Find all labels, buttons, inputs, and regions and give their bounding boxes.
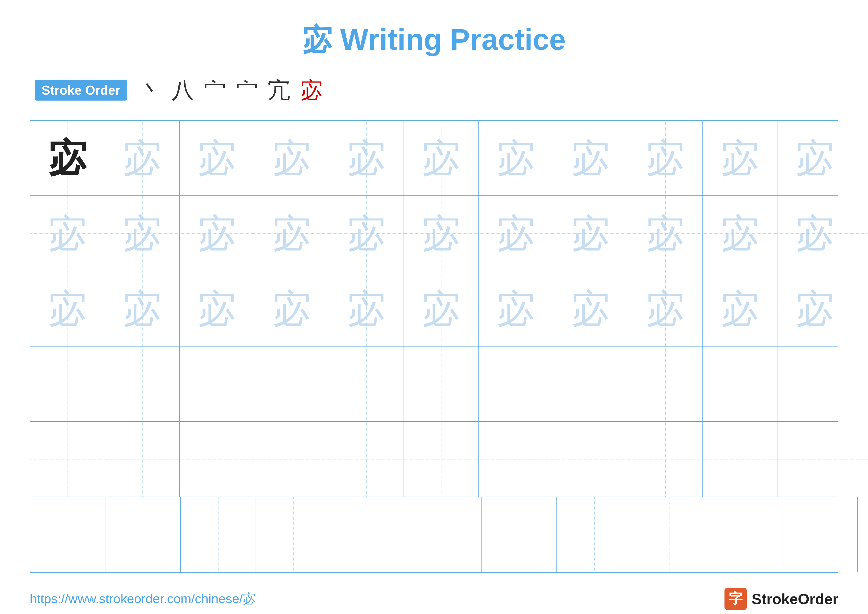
grid-cell (479, 347, 553, 421)
grid-cell: 宓 (254, 121, 329, 196)
cell-char: 宓 (123, 139, 161, 177)
grid-cell: 宓 (180, 196, 254, 271)
grid-cell (703, 422, 777, 497)
cell-char: 宓 (721, 289, 760, 328)
cell-char: 宓 (123, 289, 161, 328)
grid-cell: 宓 (180, 121, 254, 196)
grid-cell: 宓 (404, 271, 479, 346)
grid-cell (105, 422, 180, 497)
grid-cell: 宓 (852, 121, 868, 196)
cell-char: 宓 (198, 289, 236, 328)
grid-cell: 宓 (628, 196, 703, 271)
grid-cell: 宓 (628, 271, 703, 346)
grid-cell (181, 497, 256, 572)
cell-char: 宓 (646, 289, 685, 328)
grid-cell: 宓 (479, 121, 553, 196)
cell-char: 宓 (273, 139, 311, 177)
cell-char: 宓 (347, 214, 386, 253)
grid-cell: 宓 (628, 121, 703, 196)
grid-cell (707, 497, 783, 572)
grid-cell: 宓 (254, 196, 329, 271)
grid-cell (858, 497, 868, 572)
cell-char: 宓 (123, 214, 161, 253)
grid-cell (404, 422, 479, 497)
grid-cell (30, 497, 105, 572)
grid-cell: 宓 (404, 121, 479, 196)
grid-cell (331, 497, 406, 572)
logo-text: StrokeOrder (752, 591, 838, 608)
stroke-order-row: Stroke Order 丶 八 宀 宀 宂 宓 (30, 75, 838, 105)
grid-cell: 宓 (553, 271, 628, 346)
cell-char: 宓 (273, 289, 311, 328)
grid-cell: 宓 (105, 196, 180, 271)
cell-char: 宓 (422, 289, 460, 328)
grid-cell (783, 497, 858, 572)
grid-cell: 宓 (105, 271, 180, 346)
grid-row-1: 宓宓宓宓宓宓宓宓宓宓宓宓宓 (30, 196, 838, 271)
grid-cell: 宓 (105, 121, 180, 196)
grid-cell (553, 347, 628, 421)
stroke-2: 八 (172, 75, 194, 105)
grid-cell (703, 347, 777, 421)
cell-char: 宓 (48, 289, 87, 328)
grid-cell (628, 347, 703, 421)
cell-char: 宓 (721, 214, 760, 253)
footer-logo: 字 StrokeOrder (724, 588, 838, 610)
cell-char: 宓 (795, 214, 834, 253)
cell-char: 宓 (48, 214, 87, 253)
grid-cell (105, 347, 180, 421)
grid-row-0: 宓宓宓宓宓宓宓宓宓宓宓宓宓 (30, 121, 838, 196)
grid-cell (777, 422, 852, 497)
grid-cell: 宓 (254, 271, 329, 346)
grid-cell (557, 497, 632, 572)
grid-cell (254, 422, 329, 497)
cell-char: 宓 (273, 214, 311, 253)
cell-char: 宓 (422, 139, 460, 177)
stroke-5: 宂 (268, 75, 290, 105)
cell-char: 宓 (571, 214, 610, 253)
footer-url: https://www.strokeorder.com/chinese/宓 (30, 590, 256, 608)
grid-cell: 宓 (30, 121, 105, 196)
grid-cell: 宓 (30, 271, 105, 346)
grid-cell (105, 497, 181, 572)
grid-cell: 宓 (703, 121, 777, 196)
cell-char: 宓 (497, 289, 535, 328)
grid-cell: 宓 (329, 196, 404, 271)
grid-cell: 宓 (777, 271, 852, 346)
stroke-3: 宀 (204, 75, 226, 105)
grid-cell: 宓 (777, 196, 852, 271)
cell-char: 宓 (422, 214, 460, 253)
grid-cell: 宓 (703, 271, 777, 346)
grid-cell (777, 347, 852, 421)
grid-cell: 宓 (180, 271, 254, 346)
cell-char: 宓 (347, 139, 386, 177)
cell-char: 宓 (347, 289, 386, 328)
stroke-sequence: 丶 八 宀 宀 宂 宓 (140, 75, 322, 105)
cell-char: 宓 (571, 289, 610, 328)
cell-char: 宓 (48, 139, 87, 177)
grid-cell (852, 347, 868, 421)
cell-char: 宓 (497, 139, 535, 177)
grid-cell (180, 422, 254, 497)
grid-cell: 宓 (329, 121, 404, 196)
grid-cell (553, 422, 628, 497)
grid-row-2: 宓宓宓宓宓宓宓宓宓宓宓宓宓 (30, 271, 838, 347)
grid-cell (479, 422, 553, 497)
grid-cell: 宓 (404, 196, 479, 271)
logo-icon: 字 (724, 588, 747, 610)
grid-cell (180, 347, 254, 421)
grid-row-4 (30, 422, 838, 497)
page-title: 宓 Writing Practice (30, 20, 838, 60)
grid-cell: 宓 (553, 196, 628, 271)
cell-char: 宓 (795, 139, 834, 177)
grid-cell: 宓 (479, 196, 553, 271)
cell-char: 宓 (795, 289, 834, 328)
grid-row-5 (30, 497, 838, 572)
stroke-1: 丶 (140, 75, 162, 105)
title-text: Writing Practice (340, 23, 566, 56)
grid-cell: 宓 (852, 196, 868, 271)
stroke-6: 宓 (301, 75, 322, 105)
grid-cell (404, 347, 479, 421)
grid-cell (632, 497, 707, 572)
grid-cell (852, 422, 868, 497)
